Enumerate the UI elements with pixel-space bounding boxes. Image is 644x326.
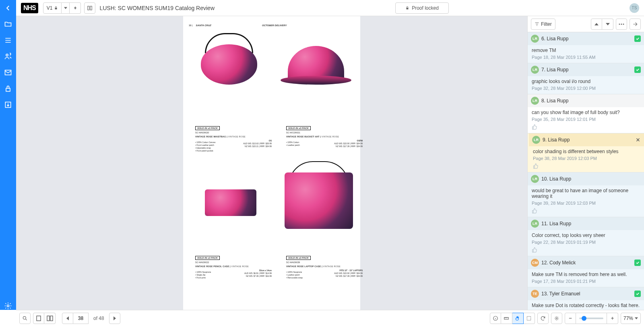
zoom-select[interactable]: 77% (621, 313, 641, 324)
prev-comment-button[interactable] (591, 19, 602, 30)
comment-avatar: LR (531, 66, 539, 74)
user-avatar[interactable]: TS (630, 3, 639, 13)
comment-meta: Page 38, 28 Mar 2019 12:03 PM (533, 156, 640, 161)
product-block-1: SOLD IN x3 PACK SC-WCD9021 VINTAGE ROSE … (286, 124, 367, 148)
comment-meta: Page 18, 28 Mar 2019 11:55 AM (532, 55, 640, 60)
tool-marquee[interactable] (524, 313, 535, 324)
lock-icon (405, 6, 409, 10)
page-header: 38 | SANTA CRUZ (189, 24, 211, 27)
next-page-button[interactable] (109, 313, 120, 324)
comment-author: 9. Lisa Rupp (543, 137, 633, 143)
comment-item[interactable]: CM12. Cody MelickMake sure TM is removed… (528, 256, 644, 287)
comment-item[interactable]: LR7. Lisa Ruppgraphic looks oval i/o rou… (528, 63, 644, 94)
zoom-value: 77% (623, 316, 633, 321)
svg-rect-19 (527, 316, 531, 320)
back-button[interactable] (0, 0, 16, 16)
comment-avatar: LR (532, 136, 540, 144)
tool-info[interactable] (490, 313, 501, 324)
svg-point-2 (6, 54, 8, 56)
comment-text: color shading is different between style… (533, 149, 640, 154)
product-image-pencilcase (205, 189, 256, 216)
product-image-laptopcase (285, 172, 353, 229)
filter-button[interactable]: Filter (531, 19, 555, 30)
thumbs-up-button[interactable] (532, 247, 640, 253)
mail-icon (4, 69, 12, 77)
tool-ruler[interactable] (501, 313, 512, 324)
comment-author: 6. Lisa Rupp (541, 36, 632, 42)
prev-page-button[interactable] (62, 313, 73, 324)
spread-button[interactable] (44, 313, 56, 324)
next-comment-button[interactable] (602, 19, 613, 30)
proof-locked-label: Proof locked (412, 5, 439, 11)
comment-author: 11. Lisa Rupp (541, 221, 641, 226)
single-page-button[interactable] (33, 313, 44, 324)
svg-rect-15 (47, 316, 50, 321)
tool-focus[interactable] (551, 313, 562, 324)
comment-author: 10. Lisa Rupp (541, 176, 641, 182)
zoom-in-button[interactable]: + (607, 313, 618, 324)
collapse-icon (632, 21, 638, 27)
version-dropdown[interactable] (62, 2, 70, 14)
svg-rect-16 (50, 316, 53, 321)
rail-people[interactable] (4, 52, 12, 60)
tool-hand[interactable] (512, 313, 524, 324)
version-button[interactable]: V1 (43, 2, 62, 14)
chevron-right-icon (113, 316, 116, 320)
more-icon (619, 23, 624, 25)
annotation-arrows (16, 16, 137, 77)
list-icon (4, 36, 12, 44)
comment-text: Make sure Dot is rotated correctly - loo… (532, 303, 640, 308)
compare-button[interactable] (84, 2, 95, 14)
page-input[interactable] (73, 313, 89, 324)
close-comment-button[interactable] (635, 137, 641, 143)
proof-locked-button[interactable]: Proof locked (395, 2, 449, 14)
main-area: 38 | SANTA CRUZ OCTOBER DELIVERY SOLD IN… (0, 16, 644, 310)
comment-item[interactable]: LR9. Lisa Ruppcolor shading is different… (528, 133, 644, 172)
tool-rotate[interactable] (537, 313, 549, 324)
rail-list[interactable] (4, 36, 12, 44)
product-block-2: SOLD IN x3 PACK SC-WAD9022 VINTAGE ROSE … (195, 254, 276, 279)
add-version-button[interactable]: + (70, 2, 81, 14)
svg-rect-1 (91, 6, 92, 10)
canvas[interactable]: 38 | SANTA CRUZ OCTOBER DELIVERY SOLD IN… (16, 16, 527, 310)
thumbs-up-button[interactable] (533, 163, 640, 169)
rail-mail[interactable] (4, 69, 12, 77)
comment-meta: Page 17, 28 Mar 2019 01:21 PM (532, 279, 640, 284)
zoom-out-button[interactable]: − (565, 313, 576, 324)
chevron-up-icon (594, 22, 599, 26)
chevron-down-icon (64, 6, 67, 10)
comments-panel: Filter LR6. Lisa Ruppremove TMPage 18, 2… (527, 16, 644, 310)
comments-list[interactable]: LR6. Lisa Ruppremove TMPage 18, 28 Mar 2… (528, 32, 644, 310)
comment-text: remove TM (532, 48, 640, 53)
filter-icon (535, 22, 539, 27)
comment-meta: Page 39, 28 Mar 2019 12:03 PM (532, 201, 640, 206)
filter-label: Filter (541, 21, 552, 27)
svg-point-13 (23, 316, 26, 319)
rail-export[interactable] (4, 101, 12, 109)
rail-settings[interactable] (4, 302, 12, 310)
thumbs-up-button[interactable] (532, 208, 640, 214)
more-options-button[interactable] (616, 19, 627, 30)
bottom-toolbar: of 48 − + 77% (16, 310, 644, 326)
comment-item[interactable]: LR10. Lisa Ruppwould be great to have an… (528, 172, 644, 217)
comment-avatar: LR (531, 175, 539, 183)
rail-lock[interactable] (4, 85, 12, 93)
comment-item[interactable]: LR11. Lisa RuppColor correct, top looks … (528, 217, 644, 256)
comment-text: graphic looks oval i/o round (532, 79, 640, 84)
zoom-slider[interactable] (576, 313, 607, 324)
search-button[interactable] (19, 313, 31, 324)
focus-icon (554, 316, 559, 321)
svg-rect-0 (88, 6, 89, 10)
rail-folder[interactable] (4, 20, 12, 28)
comment-item[interactable]: LR6. Lisa Ruppremove TMPage 18, 28 Mar 2… (528, 32, 644, 63)
comment-item[interactable]: TE13. Tyler EmanuelMake sure Dot is rota… (528, 287, 644, 310)
collapse-panel-button[interactable] (630, 19, 641, 30)
check-badge (634, 66, 641, 73)
thumbs-up-button[interactable] (532, 124, 640, 130)
comment-author: 8. Lisa Rupp (541, 98, 641, 104)
comment-item[interactable]: LR8. Lisa Ruppcan you show flat image of… (528, 94, 644, 133)
comment-text: Color correct, top looks very sheer (532, 233, 640, 238)
svg-point-12 (623, 23, 624, 25)
chevron-down-icon (635, 317, 638, 320)
comment-author: 7. Lisa Rupp (541, 67, 632, 73)
